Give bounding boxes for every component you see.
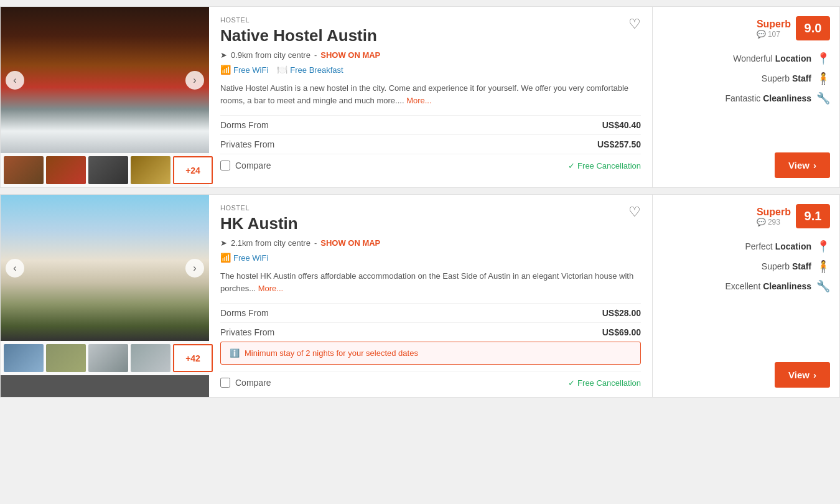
thumbnail[interactable]	[4, 156, 44, 184]
thumbnails-row: +42	[1, 341, 209, 375]
property-type: HOSTEL	[220, 16, 641, 24]
thumbnails-row: +24	[1, 153, 209, 187]
score-item-clean: Excellent Cleanliness 🔧	[662, 279, 830, 293]
dorms-price-row: Dorms From US$40.40	[220, 115, 641, 134]
more-photos-button[interactable]: +24	[173, 156, 213, 184]
listing-card-native-hostel-austin: ‹ › +24 HOSTEL Native Hostel Austin ♡ ➤ …	[0, 6, 840, 188]
main-photo: ‹ ›	[1, 7, 209, 153]
info-section: HOSTEL HK Austin ♡ ➤ 2.1km from city cen…	[209, 195, 653, 397]
check-icon: ✓	[568, 378, 575, 388]
compare-checkbox[interactable]	[220, 378, 230, 388]
description-text: The hostel HK Austin offers affordable a…	[220, 270, 641, 294]
location-line: ➤ 0.9km from city centre - SHOW ON MAP	[220, 50, 641, 60]
view-button[interactable]: View ›	[775, 362, 830, 388]
location-rating-icon: 📍	[816, 240, 830, 253]
review-number: 293	[768, 218, 780, 226]
score-label-block: Superb 💬 107	[757, 19, 791, 39]
score-word: Superb	[757, 207, 791, 218]
thumbnail[interactable]	[4, 344, 44, 372]
score-badge: 9.0	[796, 16, 830, 40]
distance-text: 0.9km from city centre	[231, 50, 310, 60]
amenity-wifi: 📶 Free WiFi	[220, 253, 268, 263]
score-item-staff: Superb Staff 🧍	[662, 72, 830, 85]
compass-icon: ➤	[220, 50, 227, 60]
thumbnail[interactable]	[131, 344, 170, 372]
arrow-icon: ›	[813, 160, 816, 170]
prev-photo-button[interactable]: ‹	[6, 259, 24, 278]
review-count: 💬 293	[757, 218, 791, 226]
more-link[interactable]: More...	[258, 284, 283, 293]
description-text: Native Hostel Austin is a new hostel in …	[220, 82, 641, 106]
info-icon: ℹ️	[230, 348, 240, 358]
view-label: View	[788, 160, 810, 170]
show-on-map-link[interactable]: SHOW ON MAP	[320, 238, 380, 248]
amenity-wifi: 📶 Free WiFi	[220, 65, 268, 75]
score-items: Wonderful Location 📍 Superb Staff 🧍 Fant…	[662, 52, 830, 111]
privates-price: US$257.50	[597, 139, 641, 149]
staff-rating-icon: 🧍	[816, 72, 830, 85]
thumbnail[interactable]	[131, 156, 170, 184]
privates-price-row: Privates From US$69.00	[220, 322, 641, 342]
favorite-button[interactable]: ♡	[628, 16, 641, 32]
dorms-label: Dorms From	[220, 120, 269, 130]
photo-section: ‹ › +24	[1, 7, 209, 187]
compare-checkbox[interactable]	[220, 161, 230, 170]
clean-rating-icon: 🔧	[816, 279, 830, 293]
score-item-location: Perfect Location 📍	[662, 240, 830, 253]
thumbnail[interactable]	[88, 344, 128, 372]
thumbnail[interactable]	[88, 156, 128, 184]
amenity-label: Free WiFi	[233, 253, 268, 263]
thumbnail[interactable]	[46, 156, 86, 184]
privates-price-row: Privates From US$257.50	[220, 134, 641, 154]
score-items: Perfect Location 📍 Superb Staff 🧍 Excell…	[662, 240, 830, 299]
amenity-label: Free WiFi	[233, 65, 268, 75]
compass-icon: ➤	[220, 238, 227, 248]
wifi-icon: 📶	[220, 65, 231, 75]
score-label-block: Superb 💬 293	[757, 207, 791, 226]
minimum-stay-text: Minimum stay of 2 nights for your select…	[245, 348, 418, 358]
dash-separator: -	[314, 238, 317, 248]
free-cancellation-text: Free Cancellation	[577, 378, 641, 388]
location-rating-icon: 📍	[816, 52, 830, 65]
prev-photo-button[interactable]: ‹	[6, 71, 24, 90]
wifi-icon: 📶	[220, 253, 231, 263]
score-badge: 9.1	[796, 204, 830, 228]
arrow-icon: ›	[813, 370, 816, 380]
scores-section: Superb 💬 293 9.1 Perfect Location 📍 Supe…	[653, 195, 839, 397]
amenities-list: 📶 Free WiFi	[220, 253, 641, 263]
free-cancellation: ✓ Free Cancellation	[568, 161, 641, 170]
privates-price: US$69.00	[602, 327, 641, 337]
compare-row: Compare	[220, 161, 271, 170]
show-on-map-link[interactable]: SHOW ON MAP	[320, 50, 380, 60]
comment-icon: 💬	[757, 30, 766, 39]
property-name: Native Hostel Austin	[220, 26, 641, 45]
score-item-label: Superb Staff	[762, 73, 811, 83]
property-type: HOSTEL	[220, 204, 641, 212]
breakfast-icon: 🍽️	[277, 65, 287, 75]
location-line: ➤ 2.1km from city centre - SHOW ON MAP	[220, 238, 641, 248]
more-photos-button[interactable]: +42	[173, 344, 213, 372]
score-item-label: Superb Staff	[762, 261, 811, 271]
dorms-price: US$28.00	[602, 308, 641, 318]
score-header: Superb 💬 107 9.0	[757, 16, 830, 40]
score-item-staff: Superb Staff 🧍	[662, 259, 830, 273]
score-header: Superb 💬 293 9.1	[757, 204, 830, 228]
photo-section: ‹ › +42	[1, 195, 209, 397]
minimum-stay-banner: ℹ️ Minimum stay of 2 nights for your sel…	[220, 342, 641, 365]
favorite-button[interactable]: ♡	[628, 204, 641, 220]
dash-separator: -	[314, 50, 317, 60]
amenities-list: 📶 Free WiFi 🍽️ Free Breakfast	[220, 65, 641, 75]
dorms-price: US$40.40	[602, 120, 641, 130]
score-item-location: Wonderful Location 📍	[662, 52, 830, 65]
score-item-clean: Fantastic Cleanliness 🔧	[662, 91, 830, 105]
more-link[interactable]: More...	[406, 96, 431, 105]
next-photo-button[interactable]: ›	[185, 71, 204, 90]
next-photo-button[interactable]: ›	[185, 259, 204, 278]
view-button[interactable]: View ›	[775, 152, 830, 178]
score-item-label: Excellent Cleanliness	[725, 281, 811, 291]
score-item-label: Perfect Location	[745, 241, 811, 251]
main-photo: ‹ ›	[1, 195, 209, 341]
review-count: 💬 107	[757, 30, 791, 39]
thumbnail[interactable]	[46, 344, 86, 372]
property-name: HK Austin	[220, 214, 641, 233]
